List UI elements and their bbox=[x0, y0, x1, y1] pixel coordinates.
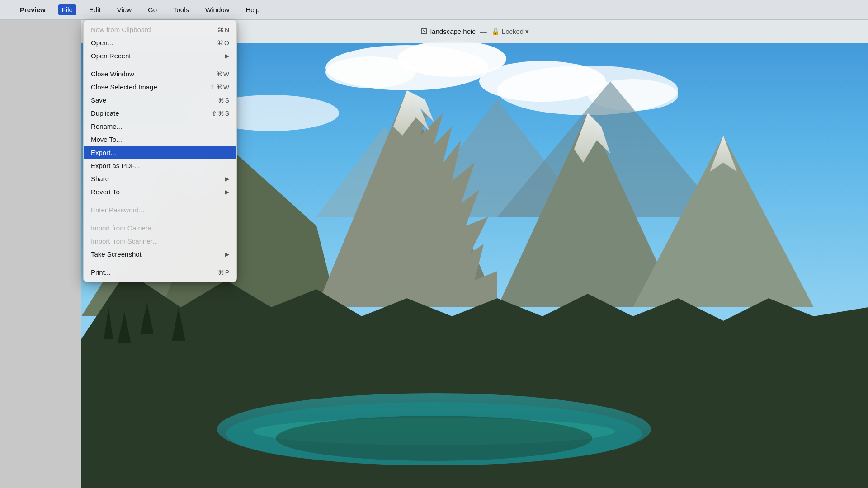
shift-symbol: ⇧ bbox=[210, 84, 215, 91]
menu-separator-1 bbox=[84, 65, 236, 65]
cmd-symbol: ⌘ bbox=[216, 84, 222, 91]
titlebar-filename: landscape.heic bbox=[430, 28, 476, 35]
menu-item-import-scanner[interactable]: Import from Scanner... bbox=[84, 235, 236, 248]
menu-item-new-from-clipboard-shortcut: ⌘N bbox=[217, 26, 229, 33]
cmd-symbol: ⌘ bbox=[218, 97, 224, 104]
menu-item-print-shortcut: ⌘P bbox=[218, 269, 229, 276]
key-symbol: O bbox=[224, 39, 229, 47]
menu-separator-4 bbox=[84, 263, 236, 263]
menu-item-save[interactable]: Save ⌘S bbox=[84, 94, 236, 107]
menu-item-rename[interactable]: Rename... bbox=[84, 120, 236, 133]
svg-point-28 bbox=[276, 416, 592, 461]
submenu-arrow-icon: ▶ bbox=[225, 53, 229, 59]
menu-item-new-from-clipboard-label: New from Clipboard bbox=[91, 26, 217, 33]
menu-item-share[interactable]: Share ▶ bbox=[84, 172, 236, 185]
menubar-item-view[interactable]: View bbox=[113, 4, 135, 15]
key-symbol: N bbox=[225, 26, 229, 33]
menubar-item-help[interactable]: Help bbox=[242, 4, 263, 15]
key-symbol: S bbox=[225, 97, 229, 104]
menu-item-save-label: Save bbox=[91, 96, 218, 104]
menu-item-open[interactable]: Open... ⌘O bbox=[84, 36, 236, 49]
lock-icon: 🔒 bbox=[491, 28, 500, 36]
menubar-item-preview[interactable]: Preview bbox=[16, 4, 49, 15]
menu-item-export-as-pdf[interactable]: Export as PDF... bbox=[84, 159, 236, 172]
menu-item-take-screenshot-label: Take Screenshot bbox=[91, 250, 222, 258]
menu-item-duplicate-shortcut: ⇧⌘S bbox=[212, 110, 229, 117]
key-symbol: S bbox=[225, 110, 229, 117]
menu-item-import-camera-label: Import from Camera... bbox=[91, 224, 229, 232]
menubar-item-window[interactable]: Window bbox=[202, 4, 233, 15]
menubar-item-go[interactable]: Go bbox=[144, 4, 160, 15]
menu-item-duplicate[interactable]: Duplicate ⇧⌘S bbox=[84, 107, 236, 120]
menu-item-close-selected-image-label: Close Selected Image bbox=[91, 83, 210, 91]
menu-item-open-label: Open... bbox=[91, 39, 217, 47]
menu-item-open-recent-label: Open Recent bbox=[91, 52, 222, 60]
menu-item-close-window[interactable]: Close Window ⌘W bbox=[84, 67, 236, 80]
menu-item-open-recent[interactable]: Open Recent ▶ bbox=[84, 49, 236, 62]
cmd-symbol: ⌘ bbox=[217, 26, 224, 33]
cmd-symbol: ⌘ bbox=[218, 110, 224, 117]
menu-item-rename-label: Rename... bbox=[91, 122, 229, 130]
menu-item-move-to-label: Move To... bbox=[91, 136, 229, 143]
svg-point-5 bbox=[479, 61, 606, 102]
menu-item-export[interactable]: Export... bbox=[84, 146, 236, 159]
menu-item-take-screenshot[interactable]: Take Screenshot ▶ bbox=[84, 248, 236, 261]
menu-item-print[interactable]: Print... ⌘P bbox=[84, 266, 236, 279]
menubar-item-file[interactable]: File bbox=[58, 4, 76, 15]
key-symbol: W bbox=[223, 70, 229, 78]
submenu-arrow-revert-icon: ▶ bbox=[225, 189, 229, 195]
menu-item-close-window-shortcut: ⌘W bbox=[216, 70, 229, 78]
menu-item-save-shortcut: ⌘S bbox=[218, 97, 229, 104]
key-symbol: P bbox=[225, 269, 229, 276]
menu-item-revert-to-label: Revert To bbox=[91, 188, 222, 196]
menu-item-export-as-pdf-label: Export as PDF... bbox=[91, 162, 229, 169]
menu-item-close-window-label: Close Window bbox=[91, 70, 216, 78]
menubar: Preview File Edit View Go Tools Window H… bbox=[0, 0, 868, 20]
menu-item-enter-password[interactable]: Enter Password... bbox=[84, 203, 236, 216]
menu-item-export-label: Export... bbox=[91, 149, 229, 156]
menu-item-import-camera[interactable]: Import from Camera... bbox=[84, 221, 236, 235]
menu-item-close-selected-image-shortcut: ⇧⌘W bbox=[210, 84, 229, 91]
svg-point-3 bbox=[326, 56, 416, 88]
menu-separator-3 bbox=[84, 219, 236, 219]
cmd-symbol: ⌘ bbox=[217, 39, 223, 47]
titlebar-status[interactable]: 🔒 Locked ▾ bbox=[491, 28, 529, 36]
titlebar-separator: — bbox=[480, 28, 487, 35]
menu-item-move-to[interactable]: Move To... bbox=[84, 133, 236, 146]
submenu-arrow-screenshot-icon: ▶ bbox=[225, 251, 229, 258]
file-icon: 🖼 bbox=[420, 28, 428, 36]
shift-symbol: ⇧ bbox=[212, 110, 217, 117]
chevron-down-icon: ▾ bbox=[525, 28, 529, 36]
menu-separator-2 bbox=[84, 201, 236, 201]
menu-item-duplicate-label: Duplicate bbox=[91, 109, 212, 117]
submenu-arrow-share-icon: ▶ bbox=[225, 176, 229, 182]
menu-item-open-shortcut: ⌘O bbox=[217, 39, 229, 47]
sidebar bbox=[0, 20, 81, 488]
status-text: Locked bbox=[502, 28, 524, 35]
menu-item-new-from-clipboard[interactable]: New from Clipboard ⌘N bbox=[84, 23, 236, 36]
menubar-item-tools[interactable]: Tools bbox=[170, 4, 193, 15]
key-symbol: W bbox=[223, 84, 229, 91]
menu-item-close-selected-image[interactable]: Close Selected Image ⇧⌘W bbox=[84, 80, 236, 94]
menubar-item-edit[interactable]: Edit bbox=[85, 4, 104, 15]
menu-item-enter-password-label: Enter Password... bbox=[91, 206, 229, 214]
cmd-symbol: ⌘ bbox=[216, 70, 222, 78]
menu-item-share-label: Share bbox=[91, 175, 222, 183]
cmd-symbol: ⌘ bbox=[218, 269, 224, 276]
menu-item-import-scanner-label: Import from Scanner... bbox=[91, 237, 229, 245]
menu-item-print-label: Print... bbox=[91, 268, 218, 276]
titlebar-content: 🖼 landscape.heic — 🔒 Locked ▾ bbox=[420, 28, 529, 36]
menu-item-revert-to[interactable]: Revert To ▶ bbox=[84, 185, 236, 198]
file-dropdown-menu: New from Clipboard ⌘N Open... ⌘O Open Re… bbox=[83, 20, 237, 282]
